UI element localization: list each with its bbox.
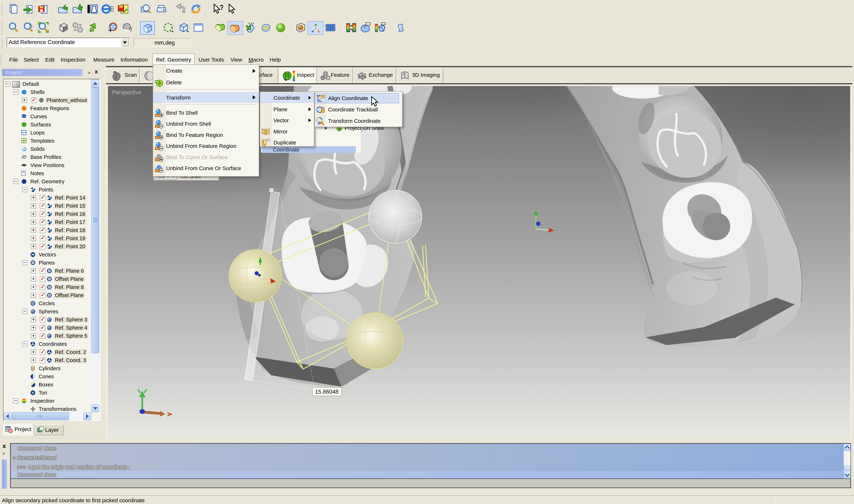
svg-text:15.86048: 15.86048 (315, 389, 338, 395)
svg-text:?: ? (220, 3, 223, 11)
svg-text:xyz: xyz (317, 94, 321, 97)
